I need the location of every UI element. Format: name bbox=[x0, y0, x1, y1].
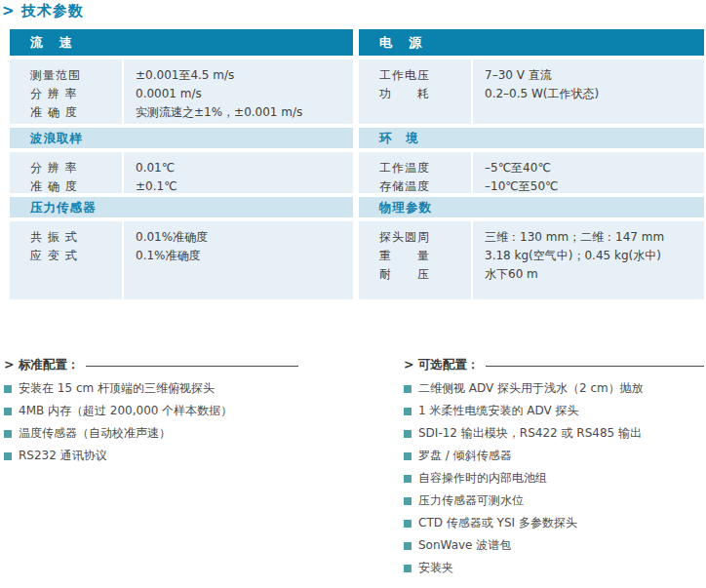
spec-label: 工作电压 bbox=[359, 66, 472, 85]
spec-row: 工作电压 7–30 V 直流 bbox=[359, 66, 704, 85]
spec-value: 0.2–0.5 W(工作状态) bbox=[472, 85, 704, 103]
spec-row: 准 确 度 实测流速之±1%，±0.001 m/s bbox=[10, 103, 353, 122]
spec-row: 准 确 度 ±0.1℃ bbox=[10, 177, 353, 196]
section-header-environment: 环 境 bbox=[359, 128, 704, 148]
spec-label: 准 确 度 bbox=[10, 177, 123, 196]
list-item: 压力传感器可测水位 bbox=[404, 494, 704, 507]
spec-label: 应 变 式 bbox=[10, 247, 123, 265]
square-bullet-icon bbox=[404, 497, 412, 505]
list-item-label: 4MB 内存（超过 200,000 个样本数据） bbox=[19, 403, 232, 419]
square-bullet-icon bbox=[404, 452, 412, 460]
spec-table-left-column: 流 速 测量范围 ±0.001至4.5 m/s 分 辨 率 0.0001 m/s… bbox=[10, 29, 353, 299]
square-bullet-icon bbox=[404, 520, 412, 528]
spec-label: 工作温度 bbox=[359, 159, 472, 177]
square-bullet-icon bbox=[404, 542, 412, 550]
spec-label: 探头圆周 bbox=[359, 228, 472, 247]
spec-row: 分 辨 率 0.01℃ bbox=[10, 159, 353, 177]
list-item-label: CTD 传感器或 YSI 多参数探头 bbox=[418, 515, 577, 531]
list-item-label: 1 米柔性电缆安装的 ADV 探头 bbox=[418, 403, 579, 419]
spec-row: 分 辨 率 0.0001 m/s bbox=[10, 85, 353, 103]
square-bullet-icon bbox=[4, 385, 12, 393]
list-item: 安装夹 bbox=[404, 562, 704, 574]
section-header-pressure-sensor: 压力传感器 bbox=[10, 197, 353, 217]
list-item: 1 米柔性电缆安装的 ADV 探头 bbox=[404, 405, 704, 417]
section-body-flow-velocity: 测量范围 ±0.001至4.5 m/s 分 辨 率 0.0001 m/s 准 确… bbox=[10, 59, 353, 124]
spec-value: –5℃至40℃ bbox=[472, 159, 704, 177]
square-bullet-icon bbox=[4, 430, 12, 438]
spec-row: 工作温度 –5℃至40℃ bbox=[359, 159, 704, 177]
list-item-label: 安装夹 bbox=[418, 560, 453, 576]
section-header-flow-velocity: 流 速 bbox=[10, 29, 353, 56]
spec-value: –10℃至50℃ bbox=[472, 177, 704, 196]
spec-label: 分 辨 率 bbox=[10, 159, 123, 177]
section-body-pressure-sensor: 共 振 式 0.01%准确度 应 变 式 0.1%准确度 bbox=[10, 221, 353, 299]
square-bullet-icon bbox=[4, 452, 12, 460]
standard-config-list: > 标准配置： 安装在 15 cm 杆顶端的三维俯视探头 4MB 内存（超过 2… bbox=[4, 357, 298, 462]
spec-row: 存储温度 –10℃至50℃ bbox=[359, 177, 704, 196]
square-bullet-icon bbox=[404, 408, 412, 415]
spec-value: 7–30 V 直流 bbox=[472, 66, 704, 85]
list-item: 自容操作时的内部电池组 bbox=[404, 472, 704, 485]
list-item-label: 安装在 15 cm 杆顶端的三维俯视探头 bbox=[19, 380, 215, 397]
square-bullet-icon bbox=[404, 475, 412, 483]
section-header-power: 电 源 bbox=[359, 29, 704, 56]
spec-sheet-page: > 技术参数 流 速 测量范围 ±0.001至4.5 m/s 分 辨 率 0.0… bbox=[0, 0, 706, 588]
standard-config-title-row: > 标准配置： bbox=[4, 357, 298, 372]
spec-value: 0.01℃ bbox=[123, 159, 353, 177]
optional-config-title: > 可选配置： bbox=[404, 357, 479, 373]
square-bullet-icon bbox=[404, 430, 412, 438]
optional-config-list: > 可选配置： 二维侧视 ADV 探头用于浅水（2 cm）抛放 1 米柔性电缆安… bbox=[404, 357, 704, 574]
list-item-label: RS232 通讯协议 bbox=[19, 448, 107, 464]
list-item: RS232 通讯协议 bbox=[4, 450, 298, 462]
list-item-label: 温度传感器（自动校准声速） bbox=[19, 425, 171, 442]
title-rule-line bbox=[486, 366, 704, 367]
spec-value: 水下60 m bbox=[472, 265, 704, 284]
spec-label: 分 辨 率 bbox=[10, 85, 123, 103]
spec-row: 耐 压 水下60 m bbox=[359, 265, 704, 284]
list-item-label: 二维侧视 ADV 探头用于浅水（2 cm）抛放 bbox=[418, 380, 644, 397]
spec-row: 重 量 3.18 kg(空气中)；0.45 kg(水中) bbox=[359, 247, 704, 265]
list-item: CTD 传感器或 YSI 多参数探头 bbox=[404, 517, 704, 529]
spec-value: 0.0001 m/s bbox=[123, 85, 353, 103]
spec-value: 实测流速之±1%，±0.001 m/s bbox=[123, 103, 353, 122]
section-body-physical-params: 探头圆周 三维：130 mm；二维：147 mm 重 量 3.18 kg(空气中… bbox=[359, 221, 704, 299]
spec-value: ±0.1℃ bbox=[123, 177, 353, 196]
spec-row: 应 变 式 0.1%准确度 bbox=[10, 247, 353, 265]
section-header-wave-sampling: 波浪取样 bbox=[10, 128, 353, 148]
square-bullet-icon bbox=[404, 565, 412, 572]
section-body-environment: 工作温度 –5℃至40℃ 存储温度 –10℃至50℃ bbox=[359, 152, 704, 193]
standard-config-title: > 标准配置： bbox=[4, 357, 79, 373]
spec-label: 测量范围 bbox=[10, 66, 123, 85]
spec-label: 准 确 度 bbox=[10, 103, 123, 122]
page-title: > 技术参数 bbox=[2, 2, 706, 20]
square-bullet-icon bbox=[4, 408, 12, 415]
spec-label: 共 振 式 bbox=[10, 228, 123, 247]
spec-label: 存储温度 bbox=[359, 177, 472, 196]
spec-row: 探头圆周 三维：130 mm；二维：147 mm bbox=[359, 228, 704, 247]
list-item: 安装在 15 cm 杆顶端的三维俯视探头 bbox=[4, 382, 298, 395]
title-rule-line bbox=[86, 366, 298, 367]
spec-table-right-column: 电 源 工作电压 7–30 V 直流 功 耗 0.2–0.5 W(工作状态) 环… bbox=[359, 29, 704, 299]
spec-value: ±0.001至4.5 m/s bbox=[123, 66, 353, 85]
square-bullet-icon bbox=[404, 385, 412, 393]
spec-label: 重 量 bbox=[359, 247, 472, 265]
spec-row: 测量范围 ±0.001至4.5 m/s bbox=[10, 66, 353, 85]
spec-row: 共 振 式 0.01%准确度 bbox=[10, 228, 353, 247]
spec-value: 0.1%准确度 bbox=[123, 247, 353, 265]
list-item: 罗盘 / 倾斜传感器 bbox=[404, 450, 704, 462]
optional-config-title-row: > 可选配置： bbox=[404, 357, 704, 372]
list-item-label: SDI-12 输出模块，RS422 或 RS485 输出 bbox=[418, 425, 642, 442]
spec-value: 0.01%准确度 bbox=[123, 228, 353, 247]
list-item: 温度传感器（自动校准声速） bbox=[4, 427, 298, 440]
list-item: 二维侧视 ADV 探头用于浅水（2 cm）抛放 bbox=[404, 382, 704, 395]
spec-table: 流 速 测量范围 ±0.001至4.5 m/s 分 辨 率 0.0001 m/s… bbox=[10, 29, 704, 299]
spec-label: 功 耗 bbox=[359, 85, 472, 103]
list-item: SonWave 波谱包 bbox=[404, 539, 704, 552]
list-item-label: 压力传感器可测水位 bbox=[418, 492, 524, 509]
spec-value: 3.18 kg(空气中)；0.45 kg(水中) bbox=[472, 247, 704, 265]
section-body-power: 工作电压 7–30 V 直流 功 耗 0.2–0.5 W(工作状态) bbox=[359, 59, 704, 124]
spec-row: 功 耗 0.2–0.5 W(工作状态) bbox=[359, 85, 704, 103]
section-body-wave-sampling: 分 辨 率 0.01℃ 准 确 度 ±0.1℃ bbox=[10, 152, 353, 193]
list-item: 4MB 内存（超过 200,000 个样本数据） bbox=[4, 405, 298, 417]
spec-value: 三维：130 mm；二维：147 mm bbox=[472, 228, 704, 247]
